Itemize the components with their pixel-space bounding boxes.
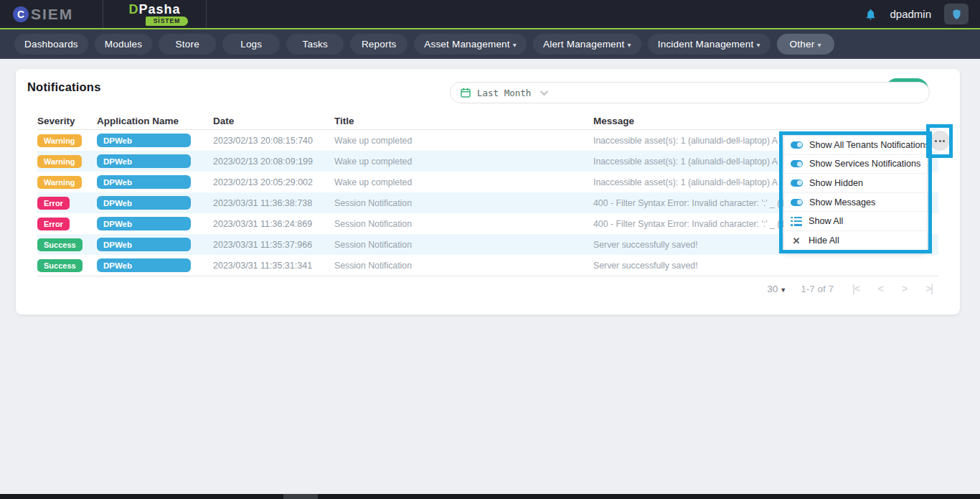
nav-item-asset-management[interactable]: Asset Management▾ xyxy=(414,34,527,55)
first-page-button[interactable]: |< xyxy=(852,283,859,294)
top-bar: C SIEM DPasha SİSTEM dpadmin xyxy=(0,0,980,28)
menu-item-show-messages[interactable]: Show Messages xyxy=(784,193,927,213)
column-header-severity: Severity xyxy=(37,116,97,126)
more-options-button[interactable] xyxy=(930,131,950,151)
menu-item-show-all[interactable]: Show All xyxy=(784,212,927,231)
nav-item-alert-management[interactable]: Alert Management▾ xyxy=(533,34,641,55)
severity-badge: Success xyxy=(37,259,83,272)
menu-item-label: Show All xyxy=(809,216,843,226)
table-row[interactable]: SuccessDPWeb2023/03/31 11:35:31:341Sessi… xyxy=(37,255,938,276)
username-label: dpadmin xyxy=(890,8,931,20)
column-header-application-name: Application Name xyxy=(97,116,213,126)
column-header-date: Date xyxy=(213,116,334,126)
cell-date: 2023/03/31 11:35:31:341 xyxy=(213,261,334,271)
menu-item-show-hidden[interactable]: Show Hidden xyxy=(784,174,927,193)
dpasha-logo: DPasha SİSTEM xyxy=(103,0,207,28)
last-page-button[interactable]: >| xyxy=(925,283,933,294)
nav-item-tasks[interactable]: Tasks xyxy=(286,34,344,55)
list-icon xyxy=(791,217,802,226)
page-size-select[interactable]: 30▼ xyxy=(767,284,786,294)
cell-date: 2023/02/13 20:08:09:199 xyxy=(213,157,334,167)
nav-item-incident-management[interactable]: Incident Management▾ xyxy=(648,34,771,55)
bell-icon[interactable] xyxy=(864,8,877,21)
profile-shield-button[interactable] xyxy=(944,4,969,24)
cell-title: Session Notification xyxy=(334,198,593,208)
topbar-right: dpadmin xyxy=(864,4,980,24)
cell-title: Session Notification xyxy=(334,261,593,271)
menu-item-label: Show Messages xyxy=(809,197,875,207)
nav-item-reports[interactable]: Reports xyxy=(350,34,407,55)
table-header-row: SeverityApplication NameDateTitleMessage xyxy=(37,112,938,130)
chevron-down-icon xyxy=(540,88,548,95)
application-badge: DPWeb xyxy=(97,134,191,147)
nav-item-logs[interactable]: Logs xyxy=(222,34,280,55)
application-badge: DPWeb xyxy=(97,175,191,189)
nav-item-other[interactable]: Other▾ xyxy=(777,34,834,55)
notifications-options-menu: Show All Tenants NotificationsShow Servi… xyxy=(783,135,928,251)
date-range-filter[interactable]: Last Month xyxy=(450,82,930,103)
severity-badge: Success xyxy=(37,238,83,251)
menu-item-label: Show All Tenants Notifications xyxy=(809,140,930,150)
severity-badge: Warning xyxy=(37,134,82,147)
menu-item-label: Hide All xyxy=(809,235,839,246)
column-header-title: Title xyxy=(334,116,593,126)
page-title: Notifications xyxy=(27,80,101,94)
caret-down-icon: ▾ xyxy=(513,41,517,49)
application-badge: DPWeb xyxy=(97,238,191,251)
bottom-edge-bar xyxy=(0,494,980,499)
prev-page-button[interactable]: < xyxy=(878,283,883,294)
main-navigation: DashboardsModulesStoreLogsTasksReportsAs… xyxy=(0,28,980,59)
menu-item-hide-all[interactable]: ✕Hide All xyxy=(784,231,927,251)
cell-date: 2023/02/13 20:05:29:002 xyxy=(213,177,334,187)
cell-date: 2023/02/13 20:08:15:740 xyxy=(213,136,334,146)
column-header-message: Message xyxy=(593,116,938,126)
menu-item-label: Show Hidden xyxy=(809,178,863,188)
application-badge: DPWeb xyxy=(97,196,191,210)
toggle-on-icon xyxy=(791,199,803,206)
cell-title: Wake up completed xyxy=(334,157,593,167)
siem-logo-text: SIEM xyxy=(31,6,73,23)
application-badge: DPWeb xyxy=(97,154,191,168)
cell-title: Session Notification xyxy=(334,219,593,229)
page-range-label: 1-7 of 7 xyxy=(801,284,834,294)
csiem-logo: C SIEM xyxy=(0,0,103,28)
severity-badge: Error xyxy=(37,218,70,230)
cell-date: 2023/03/31 11:35:37:966 xyxy=(213,240,334,250)
caret-down-icon: ▾ xyxy=(817,41,821,49)
menu-item-show-services-notifications[interactable]: Show Services Notifications xyxy=(784,155,927,174)
page-body: Notifications Last Month SeverityApplica… xyxy=(0,59,980,499)
date-filter-value: Last Month xyxy=(477,88,531,98)
nav-item-store[interactable]: Store xyxy=(159,34,216,55)
nav-item-dashboards[interactable]: Dashboards xyxy=(14,34,88,55)
severity-badge: Warning xyxy=(37,176,82,189)
sistem-badge: SİSTEM xyxy=(146,17,189,26)
cell-title: Wake up completed xyxy=(334,136,593,146)
csiem-c-logo-icon: C xyxy=(13,6,29,22)
toggle-on-icon xyxy=(791,179,803,187)
menu-item-show-all-tenants-notifications[interactable]: Show All Tenants Notifications xyxy=(784,136,927,155)
severity-badge: Warning xyxy=(37,155,82,168)
application-badge: DPWeb xyxy=(97,217,191,230)
cell-message: Server successfully saved! xyxy=(593,261,938,271)
cell-date: 2023/03/31 11:36:38:738 xyxy=(213,198,334,208)
menu-item-label: Show Services Notifications xyxy=(809,159,920,169)
nav-item-modules[interactable]: Modules xyxy=(95,34,152,55)
close-icon: ✕ xyxy=(791,235,802,246)
cell-title: Session Notification xyxy=(334,240,593,250)
caret-down-icon: ▾ xyxy=(628,41,631,49)
caret-down-icon: ▼ xyxy=(780,286,786,294)
toggle-on-icon xyxy=(791,141,803,149)
cell-title: Wake up completed xyxy=(334,177,593,187)
next-page-button[interactable]: > xyxy=(902,283,907,294)
application-badge: DPWeb xyxy=(97,258,191,272)
toggle-on-icon xyxy=(791,160,803,167)
dpasha-wordmark: DPasha xyxy=(128,3,180,16)
cell-date: 2023/03/31 11:36:24:869 xyxy=(213,219,334,229)
pagination: 30▼ 1-7 of 7 |< < > >| xyxy=(767,283,933,294)
caret-down-icon: ▾ xyxy=(756,41,760,49)
calendar-icon xyxy=(461,88,471,98)
pager-arrows: |< < > >| xyxy=(852,283,933,294)
severity-badge: Error xyxy=(37,197,70,210)
